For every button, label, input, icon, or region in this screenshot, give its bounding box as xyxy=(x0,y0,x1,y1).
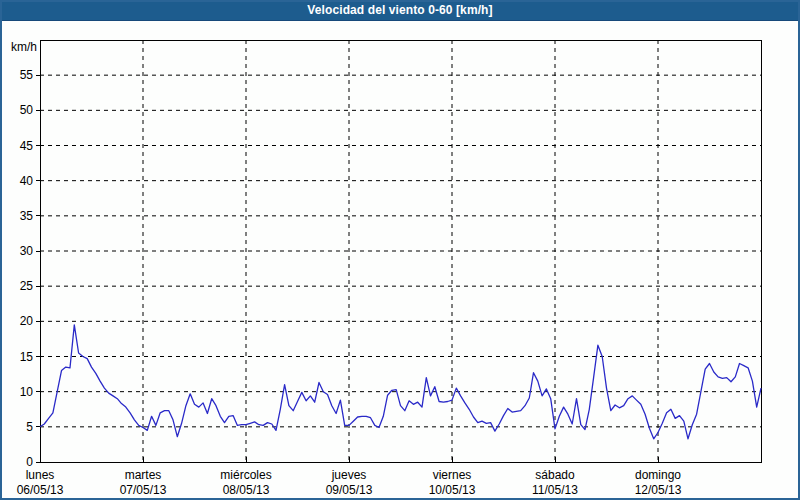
y-tick-label: 40 xyxy=(20,174,34,188)
y-axis-unit-label: km/h xyxy=(11,40,37,54)
day-label: miércoles xyxy=(220,468,271,482)
y-tick-label: 5 xyxy=(26,420,33,434)
day-label: domingo xyxy=(635,468,681,482)
y-tick-label: 25 xyxy=(20,279,34,293)
y-tick-label: 55 xyxy=(20,68,34,82)
y-tick-label: 20 xyxy=(20,314,34,328)
y-tick-label: 50 xyxy=(20,103,34,117)
date-label: 08/05/13 xyxy=(223,483,270,497)
date-label: 11/05/13 xyxy=(532,483,578,497)
date-label: 06/05/13 xyxy=(17,483,64,497)
day-label: sábado xyxy=(535,468,575,482)
date-label: 09/05/13 xyxy=(326,483,373,497)
y-tick-label: 10 xyxy=(20,385,34,399)
wind-speed-line xyxy=(40,325,761,439)
date-label: 07/05/13 xyxy=(120,483,167,497)
day-label: martes xyxy=(125,468,162,482)
date-label: 12/05/13 xyxy=(635,483,682,497)
chart-title: Velocidad del viento 0-60 [km/h] xyxy=(307,3,492,17)
wind-speed-chart: km/h 0510152025303540455055lunes06/05/13… xyxy=(0,0,800,500)
y-tick-label: 0 xyxy=(26,455,33,469)
chart-title-bar: Velocidad del viento 0-60 [km/h] xyxy=(0,0,800,21)
day-label: lunes xyxy=(26,468,55,482)
y-tick-label: 35 xyxy=(20,209,34,223)
y-tick-label: 45 xyxy=(20,139,34,153)
day-label: jueves xyxy=(331,468,367,482)
wind-speed-widget: Velocidad del viento 0-60 [km/h] km/h 05… xyxy=(0,0,800,500)
y-tick-label: 30 xyxy=(20,244,34,258)
y-tick-label: 15 xyxy=(20,350,34,364)
day-label: viernes xyxy=(433,468,472,482)
date-label: 10/05/13 xyxy=(429,483,476,497)
